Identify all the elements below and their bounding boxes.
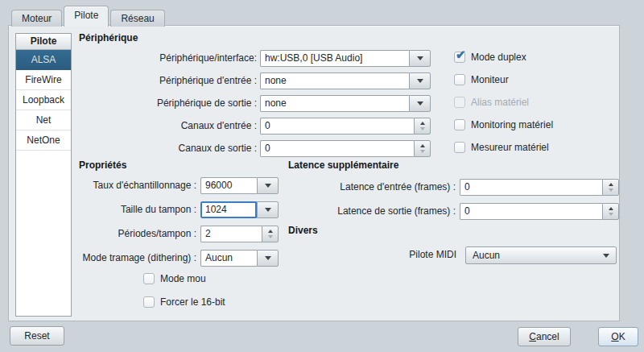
ok-button[interactable]: OK <box>598 327 638 346</box>
buffer-size-dropdown-button[interactable] <box>257 201 279 218</box>
chevron-down-icon <box>417 101 423 106</box>
chevron-down-icon <box>417 79 423 83</box>
checkbox-label: Monitoring matériel <box>471 119 553 130</box>
output-device-value[interactable]: none <box>260 95 409 112</box>
interface-value[interactable]: hw:USB,0 [USB Audio] <box>260 50 409 67</box>
input-channels-value[interactable]: 0 <box>260 118 414 135</box>
input-latency-value[interactable]: 0 <box>460 179 602 196</box>
input-device-dropdown-button[interactable] <box>409 72 431 89</box>
label-buffer-size: Taille du tampon : <box>25 201 196 218</box>
sample-rate-combobox[interactable]: 96000 <box>200 177 279 194</box>
checkbox-monitoring-materiel[interactable]: Monitoring matériel <box>454 119 553 130</box>
ok-mnemonic: O <box>611 331 618 342</box>
checkbox-mesureur-materiel[interactable]: Mesureur matériel <box>454 142 549 153</box>
section-title-proprietes: Propriétés <box>79 159 126 171</box>
output-device-dropdown-button[interactable] <box>409 95 431 112</box>
tab-reseau[interactable]: Réseau <box>110 10 164 27</box>
spin-down-icon <box>420 127 425 130</box>
output-channels-value[interactable]: 0 <box>260 140 414 157</box>
label-output-device: Périphérique de sortie : <box>57 95 257 112</box>
checkbox-mode-mou[interactable]: Mode mou <box>143 273 206 284</box>
output-latency-spinbox[interactable]: 0 <box>460 203 619 220</box>
chevron-down-icon <box>265 256 271 260</box>
input-device-combobox[interactable]: none <box>260 72 431 89</box>
spin-up-icon <box>609 183 613 186</box>
chevron-down-icon <box>417 56 423 60</box>
checkbox-box-icon <box>454 97 465 108</box>
checkbox-forcer-16bit[interactable]: Forcer le 16-bit <box>143 296 225 308</box>
dither-combobox[interactable]: Aucun <box>200 250 279 267</box>
output-channels-spin-buttons[interactable] <box>414 140 431 157</box>
checkbox-box-icon <box>143 296 155 308</box>
label-midi-driver: Pilote MIDI <box>331 246 456 263</box>
checkbox-label: Alias matériel <box>471 97 529 108</box>
interface-dropdown-button[interactable] <box>409 50 431 67</box>
midi-driver-combobox[interactable]: Aucun <box>465 246 617 264</box>
spin-down-icon <box>268 235 273 238</box>
checkbox-label: Forcer le 16-bit <box>160 296 225 308</box>
checkbox-label: Mode mou <box>160 273 206 284</box>
section-title-peripherique: Périphérique <box>79 32 138 43</box>
output-channels-spinbox[interactable]: 0 <box>260 140 431 157</box>
interface-combobox[interactable]: hw:USB,0 [USB Audio] <box>260 50 431 67</box>
output-latency-spin-buttons[interactable] <box>602 203 619 220</box>
checkbox-mode-duplex[interactable]: Mode duplex <box>454 52 526 63</box>
label-interface: Périphérique/interface: <box>57 50 257 67</box>
section-title-divers: Divers <box>288 225 318 236</box>
periods-spinbox[interactable]: 2 <box>200 226 279 242</box>
tab-bar: Moteur Pilote Réseau <box>11 6 167 27</box>
checkbox-box-icon <box>454 119 465 130</box>
driver-list-header: Pilote <box>16 34 71 50</box>
label-periods: Périodes/tampon : <box>25 226 196 242</box>
label-input-channels: Canaux d'entrée : <box>57 118 257 135</box>
checkbox-box-icon <box>454 142 465 153</box>
buffer-size-value[interactable]: 1024 <box>200 201 257 218</box>
spin-up-icon <box>420 122 425 125</box>
cancel-label-rest: ancel <box>536 331 559 342</box>
spin-up-icon <box>609 207 613 210</box>
spin-down-icon <box>420 150 425 153</box>
dither-value[interactable]: Aucun <box>200 250 257 267</box>
label-input-device: Périphérique d'entrée : <box>57 72 257 89</box>
cancel-mnemonic: C <box>529 331 536 342</box>
input-device-value[interactable]: none <box>260 72 409 89</box>
input-channels-spin-buttons[interactable] <box>414 118 431 135</box>
input-latency-spin-buttons[interactable] <box>602 179 619 196</box>
dither-dropdown-button[interactable] <box>257 250 279 267</box>
pilote-tab-pane: Pilote ALSA FireWire Loopback Net NetOne… <box>8 25 620 321</box>
input-latency-spinbox[interactable]: 0 <box>460 179 619 196</box>
label-input-latency: Latence d'entrée (frames) : <box>283 179 456 196</box>
periods-value[interactable]: 2 <box>200 226 262 242</box>
midi-driver-value: Aucun <box>473 250 603 261</box>
sample-rate-value[interactable]: 96000 <box>200 177 257 194</box>
spin-down-icon <box>609 213 613 216</box>
label-output-latency: Latence de sortie (frames) : <box>283 203 456 220</box>
periods-spin-buttons[interactable] <box>262 226 279 242</box>
sample-rate-dropdown-button[interactable] <box>257 177 279 194</box>
checkbox-label: Moniteur <box>471 74 509 85</box>
output-latency-value[interactable]: 0 <box>460 203 602 220</box>
reset-button[interactable]: Reset <box>10 326 64 346</box>
label-output-channels: Canaux de sortie : <box>57 140 257 157</box>
buffer-size-combobox[interactable]: 1024 <box>200 201 279 218</box>
checkbox-label: Mode duplex <box>471 52 526 63</box>
checkbox-moniteur[interactable]: Moniteur <box>454 74 509 85</box>
checkbox-box-icon <box>143 273 155 284</box>
cancel-button[interactable]: Cancel <box>518 327 571 346</box>
checkbox-alias-materiel: Alias matériel <box>454 97 529 108</box>
spin-down-icon <box>609 188 613 192</box>
spin-up-icon <box>268 230 273 233</box>
chevron-down-icon <box>603 254 609 258</box>
label-sample-rate: Taux d'échantillonnage : <box>25 177 196 194</box>
input-channels-spinbox[interactable]: 0 <box>260 118 431 135</box>
tab-pilote[interactable]: Pilote <box>64 6 109 27</box>
section-title-latence: Latence supplémentaire <box>288 159 398 171</box>
chevron-down-icon <box>265 184 271 188</box>
ok-label-rest: K <box>619 331 625 342</box>
output-device-combobox[interactable]: none <box>260 95 431 112</box>
spin-up-icon <box>420 144 425 147</box>
checkbox-label: Mesureur matériel <box>471 142 549 153</box>
checkbox-box-icon <box>454 74 465 85</box>
tab-moteur[interactable]: Moteur <box>11 10 62 27</box>
check-icon <box>454 52 465 63</box>
